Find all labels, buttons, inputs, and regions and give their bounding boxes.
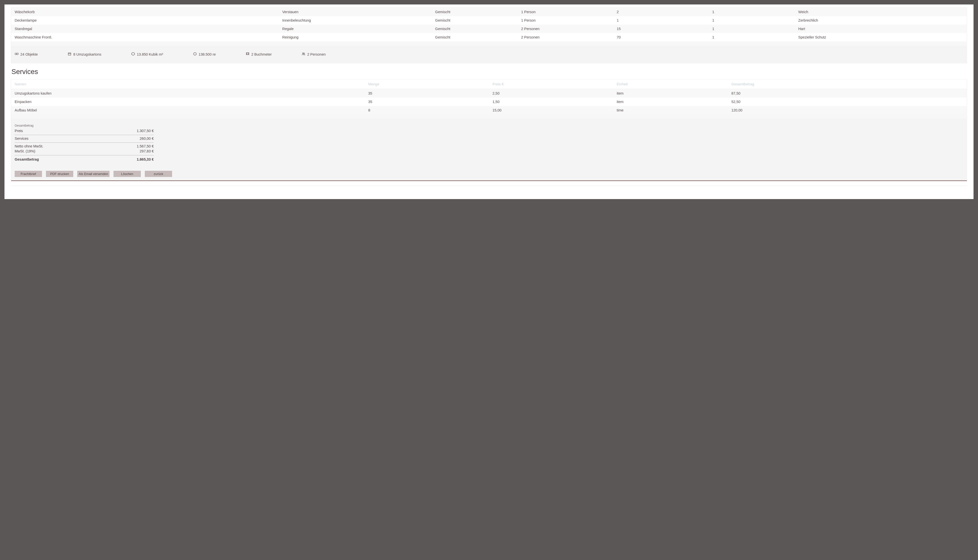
totals-price-row: Preis 1.307,50 € [15, 128, 154, 133]
item-col-a: 1 [613, 16, 709, 25]
item-col-a: 15 [613, 25, 709, 33]
service-price: 1,50 [489, 98, 613, 106]
service-unit: item [613, 89, 728, 98]
totals-section: Gesamtbetrag Preis 1.307,50 € Services 2… [11, 119, 967, 167]
service-price: 15,00 [489, 106, 613, 115]
totals-vat-value: 297,83 € [140, 149, 154, 153]
item-persons: 1 Person [517, 16, 613, 25]
item-persons: 2 Personen [517, 25, 613, 33]
item-name: Standregal [11, 25, 279, 33]
cube-icon [131, 52, 135, 57]
email-button[interactable]: Als Email versenden [77, 171, 110, 177]
table-row: WäschekorbVerstauenGemischt1 Person21Wei… [11, 8, 967, 16]
service-qty: 35 [365, 89, 489, 98]
totals-grand-row: Gesamtbetrag 1.865,33 € [15, 157, 154, 162]
item-room: Gemischt [432, 16, 517, 25]
pdf-button[interactable]: PDF drucken [46, 171, 73, 177]
service-price: 2,50 [489, 89, 613, 98]
item-col-b: 1 [709, 8, 795, 16]
service-unit: time [613, 106, 728, 115]
svg-marker-4 [132, 52, 135, 55]
hex-icon [193, 52, 197, 57]
bottom-divider [11, 186, 967, 189]
action-bar: Frachtbrief PDF drucken Als Email versen… [11, 167, 967, 181]
services-header-price: Preis € [489, 80, 613, 89]
svg-point-0 [15, 53, 17, 55]
back-button[interactable]: zurück [145, 171, 172, 177]
services-header-qty: Menge [365, 80, 489, 89]
item-col-a: 2 [613, 8, 709, 16]
summary-volume-text: 13.850 Kubik m³ [137, 52, 163, 57]
objects-icon [15, 52, 18, 57]
services-header-row: Namen Menge Preis € Einheit Gesamtbetrag [11, 80, 967, 89]
totals-vat-row: MwSt. (19%) 297,83 € [15, 149, 154, 153]
summary-volume: 13.850 Kubik m³ [131, 52, 163, 57]
summary-persons: 2 Personen [302, 52, 325, 57]
totals-services-row: Services 260,00 € [15, 136, 154, 141]
service-name: Umzugskartons kaufen [11, 89, 365, 98]
services-card: Namen Menge Preis € Einheit Gesamtbetrag… [11, 79, 967, 181]
service-unit: item [613, 98, 728, 106]
page: WäschekorbVerstauenGemischt1 Person21Wei… [5, 5, 973, 199]
service-total: 52,50 [728, 98, 967, 106]
service-total: 87,50 [728, 89, 967, 98]
svg-point-9 [302, 53, 304, 53]
totals-grand-label: Gesamtbetrag [15, 157, 39, 162]
table-row: StandregalRegaleGemischt2 Personen151Har… [11, 25, 967, 33]
svg-point-10 [304, 53, 304, 53]
items-table: WäschekorbVerstauenGemischt1 Person21Wei… [11, 8, 967, 42]
persons-icon [302, 52, 305, 57]
item-name: Waschmaschine Frontl. [11, 33, 279, 42]
item-col-b: 1 [709, 25, 795, 33]
summary-bar: 24 Objekte 8 Umzugskartons 13.850 Kubik … [11, 46, 967, 63]
delete-button[interactable]: Löschen [113, 171, 141, 177]
table-row: Umzugskartons kaufen352,50item87,50 [11, 89, 967, 98]
service-total: 120,00 [728, 106, 967, 115]
service-qty: 35 [365, 98, 489, 106]
item-col-b: 1 [709, 33, 795, 42]
svg-marker-5 [194, 52, 196, 55]
item-material: Spezieller Schutz [795, 33, 967, 42]
totals-divider [15, 135, 154, 135]
item-name: Deckenlampe [11, 16, 279, 25]
item-category: Reinigung [279, 33, 432, 42]
box-icon [68, 52, 72, 57]
item-category: Verstauen [279, 8, 432, 16]
totals-grand-value: 1.865,33 € [137, 157, 154, 162]
item-category: Innenbeleuchtung [279, 16, 432, 25]
service-name: Einpacken [11, 98, 365, 106]
item-room: Gemischt [432, 25, 517, 33]
table-row: Einpacken351,50item52,50 [11, 98, 967, 106]
item-material: Zerbrechlich [795, 16, 967, 25]
totals-net-row: Netto ohne MwSt. 1.567,50 € [15, 144, 154, 149]
item-persons: 2 Personen [517, 33, 613, 42]
svg-point-1 [17, 53, 18, 55]
services-table: Namen Menge Preis € Einheit Gesamtbetrag… [11, 80, 967, 115]
summary-bookmeter: 2 Buchmeter [245, 52, 272, 57]
item-material: Weich [795, 8, 967, 16]
totals-group-label: Gesamtbetrag [15, 124, 154, 127]
item-name: Wäschekorb [11, 8, 279, 16]
totals-divider [15, 142, 154, 143]
item-room: Gemischt [432, 33, 517, 42]
item-persons: 1 Person [517, 8, 613, 16]
summary-persons-text: 2 Personen [307, 52, 325, 57]
svg-rect-6 [246, 53, 249, 55]
service-name: Aufbau Möbel [11, 106, 365, 115]
items-card: WäschekorbVerstauenGemischt1 Person21Wei… [11, 7, 967, 63]
totals-price-value: 1.307,50 € [137, 129, 154, 133]
totals-services-value: 260,00 € [140, 137, 154, 140]
totals-block: Gesamtbetrag Preis 1.307,50 € Services 2… [15, 124, 154, 162]
services-header-total: Gesamtbetrag [728, 80, 967, 89]
item-col-b: 1 [709, 16, 795, 25]
totals-services-label: Services [15, 137, 28, 140]
table-row: DeckenlampeInnenbeleuchtungGemischt1 Per… [11, 16, 967, 25]
totals-net-value: 1.567,50 € [137, 144, 154, 148]
service-qty: 8 [365, 106, 489, 115]
table-row: Aufbau Möbel815,00time120,00 [11, 106, 967, 115]
freight-button[interactable]: Frachtbrief [15, 171, 42, 177]
item-material: Hart [795, 25, 967, 33]
summary-objects: 24 Objekte [15, 52, 38, 57]
summary-boxes: 8 Umzugskartons [68, 52, 101, 57]
shelf-icon [245, 52, 250, 57]
